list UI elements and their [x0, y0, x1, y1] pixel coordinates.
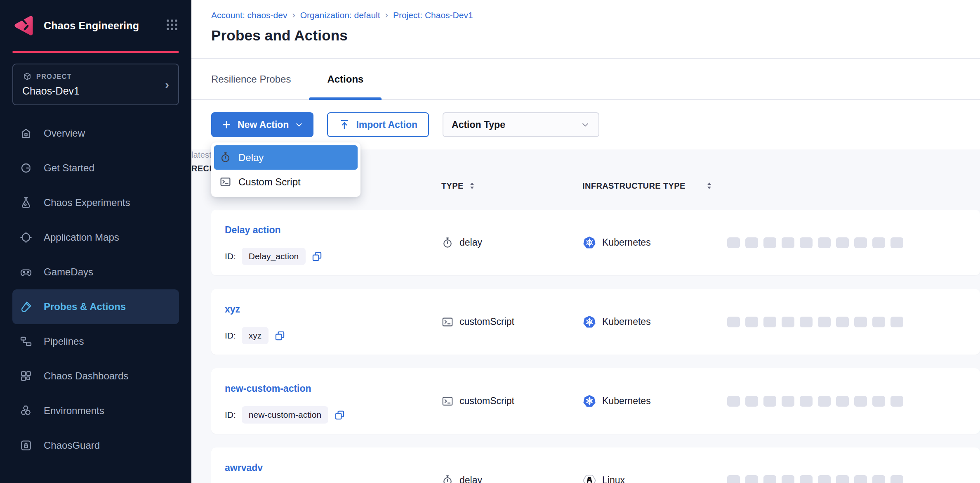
actions-table: TYPE INFRASTRUCTURE TYPE latest one on r…: [191, 149, 980, 483]
execution-result-placeholder: [890, 237, 903, 248]
terminal-icon: [441, 316, 454, 328]
upload-icon: [339, 119, 350, 130]
chevron-down-icon: [580, 120, 590, 130]
infrastructure-value: Kubernetes: [602, 316, 651, 327]
new-action-menu: Delay Custom Script: [211, 142, 360, 197]
cube-icon: [22, 72, 32, 82]
breadcrumb-account[interactable]: Account: chaos-dev: [211, 10, 287, 20]
execution-result-placeholder: [763, 396, 776, 407]
gamepad-icon: [19, 265, 33, 279]
chaos-logo-icon: [12, 14, 35, 37]
execution-results: [727, 237, 903, 248]
sidebar-item-pipelines[interactable]: Pipelines: [12, 324, 179, 359]
sidebar-item-label: Probes & Actions: [44, 301, 126, 313]
copy-icon[interactable]: [334, 410, 345, 421]
column-header-infrastructure-type[interactable]: INFRASTRUCTURE TYPE: [582, 180, 713, 192]
type-cell: delay: [441, 210, 482, 275]
brand-divider: [12, 51, 179, 53]
execution-result-placeholder: [818, 237, 831, 248]
action-id: ID: Delay_action: [225, 248, 323, 265]
stopwatch-icon: [219, 152, 231, 163]
sidebar-item-overview[interactable]: Overview: [12, 116, 179, 151]
probe-icon: [19, 300, 33, 314]
execution-result-placeholder: [872, 317, 885, 327]
target-icon: [19, 230, 33, 244]
infrastructure-value: Linux: [602, 475, 625, 483]
execution-result-placeholder: [782, 475, 794, 483]
chevron-right-icon: ›: [165, 78, 169, 92]
sidebar-item-environments[interactable]: Environments: [12, 393, 179, 428]
execution-result-placeholder: [836, 317, 849, 327]
tab-resilience-probes[interactable]: Resilience Probes: [211, 59, 309, 99]
copy-icon[interactable]: [311, 251, 323, 262]
copy-icon[interactable]: [274, 330, 285, 341]
type-value: customScript: [459, 395, 514, 407]
infrastructure-cell: Kubernetes: [582, 210, 651, 275]
execution-result-placeholder: [854, 317, 867, 327]
action-name-link[interactable]: xyz: [225, 304, 240, 315]
menu-item-label: Delay: [238, 152, 264, 163]
project-label: PROJECT: [36, 73, 72, 80]
module-grid-icon[interactable]: [165, 18, 179, 33]
table-row: xyz ID: xyz customScript: [211, 289, 980, 355]
linux-icon: [582, 474, 596, 483]
sidebar-item-gamedays[interactable]: GameDays: [12, 255, 179, 289]
table-row: awrvadv delay Linux: [211, 447, 980, 483]
id-value: xyz: [242, 327, 269, 344]
sort-icon[interactable]: [706, 181, 713, 191]
execution-result-placeholder: [836, 475, 849, 483]
sidebar-item-probes-actions[interactable]: Probes & Actions: [12, 289, 179, 324]
hexagons-icon: [19, 404, 33, 418]
column-header-type[interactable]: TYPE: [441, 181, 476, 191]
action-name-link[interactable]: awrvadv: [225, 462, 263, 474]
execution-result-placeholder: [800, 317, 813, 327]
plus-icon: [221, 119, 232, 130]
get-started-icon: [19, 161, 33, 175]
breadcrumb: Account: chaos-dev › Organization: defau…: [211, 10, 980, 21]
sidebar-item-label: Chaos Dashboards: [44, 370, 128, 382]
execution-result-placeholder: [818, 317, 831, 327]
action-type-select[interactable]: Action Type: [443, 112, 599, 137]
action-name-link[interactable]: Delay action: [225, 225, 281, 236]
breadcrumb-project[interactable]: Project: Chaos-Dev1: [393, 10, 473, 20]
sidebar-item-get-started[interactable]: Get Started: [12, 151, 179, 185]
sort-icon[interactable]: [469, 181, 476, 191]
sidebar-item-label: ChaosGuard: [44, 440, 100, 451]
type-value: delay: [459, 475, 482, 483]
breadcrumb-separator-icon: ›: [292, 10, 295, 21]
import-action-button[interactable]: Import Action: [327, 112, 429, 137]
page-header: Account: chaos-dev › Organization: defau…: [191, 0, 980, 59]
sidebar-item-application-maps[interactable]: Application Maps: [12, 220, 179, 255]
breadcrumb-separator-icon: ›: [385, 10, 388, 21]
project-selector[interactable]: PROJECT Chaos-Dev1 ›: [12, 64, 179, 105]
execution-result-placeholder: [872, 237, 885, 248]
kubernetes-icon: [582, 315, 596, 329]
tab-actions[interactable]: Actions: [309, 59, 382, 99]
new-action-button[interactable]: New Action: [211, 112, 313, 137]
pipeline-icon: [19, 334, 33, 348]
action-name-link[interactable]: new-custom-action: [225, 383, 311, 394]
menu-item-custom-script[interactable]: Custom Script: [214, 170, 358, 194]
execution-result-placeholder: [745, 396, 758, 407]
new-action-label: New Action: [238, 119, 289, 130]
infrastructure-cell: Linux: [582, 447, 625, 483]
chevron-down-icon: [294, 120, 304, 129]
project-name: Chaos-Dev1: [22, 85, 80, 97]
execution-result-placeholder: [854, 475, 867, 483]
sidebar-header: Chaos Engineering: [0, 0, 191, 49]
kubernetes-icon: [582, 394, 596, 408]
breadcrumb-organization[interactable]: Organization: default: [300, 10, 380, 20]
recent-executions-cell: [727, 447, 903, 483]
table-row: new-custom-action ID: new-custom-action …: [211, 368, 980, 434]
execution-result-placeholder: [745, 475, 758, 483]
sidebar-item-chaos-dashboards[interactable]: Chaos Dashboards: [12, 359, 179, 393]
flask-icon: [19, 196, 33, 210]
menu-item-delay[interactable]: Delay: [214, 145, 358, 170]
sidebar-item-chaos-experiments[interactable]: Chaos Experiments: [12, 185, 179, 220]
execution-result-placeholder: [745, 237, 758, 248]
execution-result-placeholder: [800, 396, 813, 407]
sidebar-item-chaosguard[interactable]: ChaosGuard: [12, 428, 179, 463]
execution-result-placeholder: [818, 396, 831, 407]
sidebar-nav: Overview Get Started Chaos Experiments: [0, 116, 191, 463]
column-label: TYPE: [441, 181, 464, 191]
